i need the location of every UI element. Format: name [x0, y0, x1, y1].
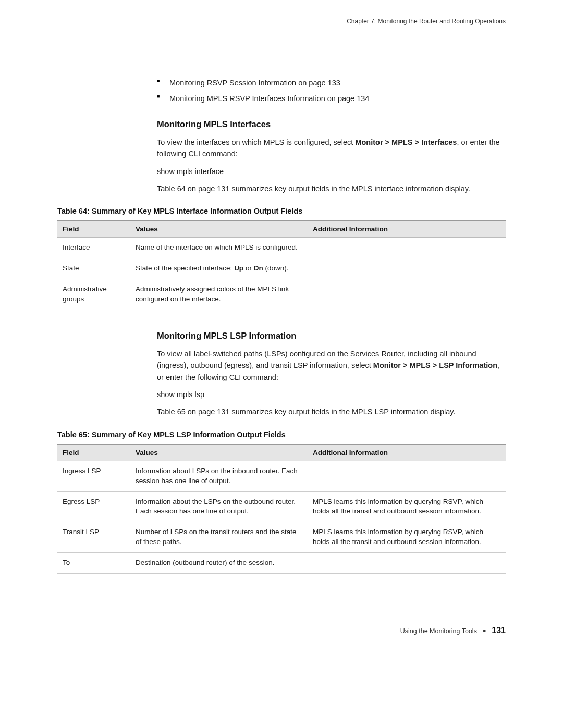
paragraph: To view the interfaces on which MPLS is … [157, 137, 506, 160]
table-row: Ingress LSP Information about LSPs on th… [57, 461, 506, 491]
cell-values: State of the specified interface: Up or … [130, 258, 308, 279]
square-bullet-icon: ■ [483, 628, 485, 633]
cell-values: Information about the LSPs on the outbou… [130, 491, 308, 522]
paragraph: To view all label-switched paths (LSPs) … [157, 348, 506, 383]
menu-path: Monitor > MPLS > LSP Information [373, 361, 497, 369]
table-65: Field Values Additional Information Ingr… [57, 444, 506, 574]
paragraph: Table 65 on page 131 summarizes key outp… [157, 406, 506, 417]
cell-info [308, 258, 506, 279]
col-values: Values [130, 221, 308, 238]
section-heading-mpls-lsp: Monitoring MPLS LSP Information [157, 331, 506, 341]
table-row: State State of the specified interface: … [57, 258, 506, 279]
cell-info [308, 279, 506, 310]
cli-command: show mpls interface [157, 167, 506, 176]
table-header-row: Field Values Additional Information [57, 221, 506, 238]
cell-field: Interface [57, 238, 130, 258]
text: (down). [263, 264, 289, 272]
menu-path: Monitor > MPLS > Interfaces [355, 138, 457, 146]
cell-values: Administratively assigned colors of the … [130, 279, 308, 310]
cell-field: Administrative groups [57, 279, 130, 310]
table-caption-65: Table 65: Summary of Key MPLS LSP Inform… [57, 430, 506, 439]
section-heading-mpls-interfaces: Monitoring MPLS Interfaces [157, 119, 506, 129]
cell-field: State [57, 258, 130, 279]
cell-values: Destination (outbound router) of the ses… [130, 553, 308, 574]
cell-info [308, 238, 506, 258]
chapter-header: Chapter 7: Monitoring the Router and Rou… [57, 18, 506, 25]
state-up: Up [234, 264, 243, 272]
bullet-item: Monitoring RSVP Session Information on p… [157, 77, 506, 89]
table-header-row: Field Values Additional Information [57, 444, 506, 461]
cell-field: Transit LSP [57, 522, 130, 553]
col-additional: Additional Information [308, 444, 506, 461]
cell-field: Egress LSP [57, 491, 130, 522]
paragraph: Table 64 on page 131 summarizes key outp… [157, 183, 506, 194]
cell-info [308, 461, 506, 491]
bullet-list: Monitoring RSVP Session Information on p… [157, 77, 506, 105]
col-additional: Additional Information [308, 221, 506, 238]
page: Chapter 7: Monitoring the Router and Rou… [0, 0, 563, 656]
table-row: To Destination (outbound router) of the … [57, 553, 506, 574]
cli-command: show mpls lsp [157, 390, 506, 399]
table-row: Interface Name of the interface on which… [57, 238, 506, 258]
col-values: Values [130, 444, 308, 461]
table-row: Egress LSP Information about the LSPs on… [57, 491, 506, 522]
text: To view the interfaces on which MPLS is … [157, 138, 355, 146]
state-dn: Dn [254, 264, 263, 272]
cell-info [308, 553, 506, 574]
cell-values: Information about LSPs on the inbound ro… [130, 461, 308, 491]
cell-field: Ingress LSP [57, 461, 130, 491]
bullet-item: Monitoring MPLS RSVP Interfaces Informat… [157, 93, 506, 104]
table-row: Administrative groups Administratively a… [57, 279, 506, 310]
cell-values: Name of the interface on which MPLS is c… [130, 238, 308, 258]
body-column: Monitoring MPLS LSP Information To view … [157, 331, 506, 418]
page-number: 131 [492, 626, 506, 635]
col-field: Field [57, 444, 130, 461]
table-64: Field Values Additional Information Inte… [57, 220, 506, 310]
cell-field: To [57, 553, 130, 574]
cell-info: MPLS learns this information by querying… [308, 491, 506, 522]
table-caption-64: Table 64: Summary of Key MPLS Interface … [57, 207, 506, 215]
col-field: Field [57, 221, 130, 238]
footer-text: Using the Monitoring Tools [400, 627, 477, 635]
body-column: Monitoring RSVP Session Information on p… [157, 77, 506, 194]
table-row: Transit LSP Number of LSPs on the transi… [57, 522, 506, 553]
text: or [243, 264, 254, 272]
page-footer: Using the Monitoring Tools ■ 131 [57, 626, 506, 635]
cell-info: MPLS learns this information by querying… [308, 522, 506, 553]
text: State of the specified interface: [136, 264, 234, 272]
cell-values: Number of LSPs on the transit routers an… [130, 522, 308, 553]
